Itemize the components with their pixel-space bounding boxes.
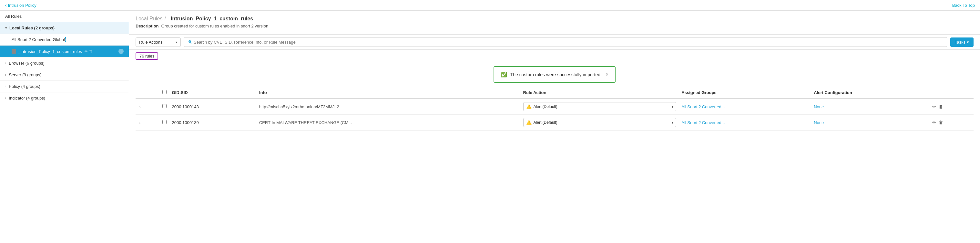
notification-close-button[interactable]: × xyxy=(606,72,608,78)
content-header: Local Rules / _Intrusion_Policy_1_custom… xyxy=(129,11,980,35)
all-rules-label: All Rules xyxy=(5,14,22,19)
browser-expand-icon: › xyxy=(5,61,6,65)
row-1-checkbox[interactable] xyxy=(162,104,167,108)
rule-actions-caret-icon: ▾ xyxy=(176,40,177,44)
row-2-warning-icon: ⚠️ xyxy=(526,120,531,125)
success-check-icon: ✅ xyxy=(501,71,507,78)
top-nav: ‹ Intrusion Policy Back To Top xyxy=(0,0,980,11)
col-assigned-groups: Assigned Groups xyxy=(679,86,811,99)
policy-label: Policy (4 groups) xyxy=(9,84,40,89)
intrusion-policy-info-icon[interactable]: i xyxy=(118,49,124,54)
sidebar-section-local-rules[interactable]: ▾ Local Rules (2 groups) xyxy=(0,22,129,34)
row-2-rule-action-cell: ⚠️ Alert (Default) ▾ xyxy=(521,115,679,131)
table-row: › 2000:1000139 CERT-In MALWARE THREAT EX… xyxy=(135,115,974,131)
table-container: GID:SID Info Rule Action Assigned Groups… xyxy=(129,86,980,241)
row-1-rule-action-cell: ⚠️ Alert (Default) ▾ xyxy=(521,99,679,115)
row-2-rule-action-label: Alert (Default) xyxy=(534,120,557,125)
sidebar-item-policy[interactable]: › Policy (4 groups) xyxy=(0,81,129,93)
col-alert-config: Alert Configuration xyxy=(811,86,929,99)
indicator-label: Indicator (4 groups) xyxy=(9,96,45,101)
local-rules-expand-icon: ▾ xyxy=(5,26,7,30)
search-box: ⚗ xyxy=(184,37,947,47)
row-2-alert-config: None xyxy=(811,115,929,131)
browser-label: Browser (6 groups) xyxy=(9,61,45,66)
description-row: Description Group created for custom rul… xyxy=(135,24,974,29)
sidebar-item-server[interactable]: › Server (9 groups) xyxy=(0,69,129,81)
sidebar-item-intrusion-policy-1[interactable]: _Intrusion_Policy_1_custom_rules ✏ 🗑 i xyxy=(0,46,129,58)
filter-icon: ⚗ xyxy=(188,40,192,45)
row-2-edit-icon[interactable]: ✏ xyxy=(932,120,936,125)
select-all-checkbox[interactable] xyxy=(162,90,167,94)
row-1-assigned-groups[interactable]: All Snort 2 Converted... xyxy=(679,99,811,115)
color-box-icon xyxy=(12,49,16,54)
col-gid-sid: GID:SID xyxy=(169,86,257,99)
rules-count-row: 76 rules xyxy=(129,50,980,62)
row-2-expand-btn[interactable]: › xyxy=(138,120,142,125)
row-2-info: CERT-In MALWARE THREAT EXCHANGE (CM... xyxy=(257,115,521,131)
rule-actions-label: Rule Actions xyxy=(139,40,162,45)
row-1-alert-config: None xyxy=(811,99,929,115)
back-to-top-link[interactable]: Back To Top xyxy=(952,3,975,8)
edit-icon[interactable]: ✏ xyxy=(84,49,88,54)
delete-icon[interactable]: 🗑 xyxy=(89,49,93,54)
row-1-rule-action-label: Alert (Default) xyxy=(534,104,557,109)
table-row: › 2000:1000143 http://mischa5xyix2mrhd.o… xyxy=(135,99,974,115)
tasks-caret-icon: ▾ xyxy=(967,40,969,45)
rule-actions-dropdown[interactable]: Rule Actions ▾ xyxy=(135,37,181,47)
search-input[interactable] xyxy=(194,40,943,45)
row-1-rule-action-dropdown[interactable]: ⚠️ Alert (Default) ▾ xyxy=(523,102,676,111)
row-1-alert-config-link[interactable]: None xyxy=(814,104,824,109)
breadcrumb-parent: Local Rules xyxy=(135,16,163,22)
sidebar-item-all-snort-2[interactable]: All Snort 2 Converted Global i xyxy=(0,34,129,46)
col-actions xyxy=(930,86,974,99)
row-1-actions: ✏ 🗑 xyxy=(932,104,971,109)
sidebar-item-indicator[interactable]: › Indicator (4 groups) xyxy=(0,93,129,104)
table-head: GID:SID Info Rule Action Assigned Groups… xyxy=(135,86,974,99)
row-2-delete-icon[interactable]: 🗑 xyxy=(939,120,943,125)
col-rule-action: Rule Action xyxy=(521,86,679,99)
notification-message: The custom rules were successfully impor… xyxy=(510,72,600,77)
table-body: › 2000:1000143 http://mischa5xyix2mrhd.o… xyxy=(135,99,974,131)
row-1-gid-sid: 2000:1000143 xyxy=(169,99,257,115)
back-chevron-icon: ‹ xyxy=(5,3,7,8)
row-2-rule-action-dropdown[interactable]: ⚠️ Alert (Default) ▾ xyxy=(523,118,676,127)
row-2-alert-config-link[interactable]: None xyxy=(814,120,824,125)
col-checkbox xyxy=(160,86,169,99)
server-label: Server (9 groups) xyxy=(9,72,41,77)
breadcrumb: Local Rules / _Intrusion_Policy_1_custom… xyxy=(135,16,974,22)
server-expand-icon: › xyxy=(5,73,6,77)
local-rules-label: Local Rules (2 groups) xyxy=(10,26,54,30)
tasks-button[interactable]: Tasks ▾ xyxy=(950,37,974,47)
row-1-rule-action-caret-icon: ▾ xyxy=(672,105,673,109)
row-2-rule-action-caret-icon: ▾ xyxy=(672,121,673,125)
breadcrumb-current: _Intrusion_Policy_1_custom_rules xyxy=(168,16,253,22)
row-1-edit-icon[interactable]: ✏ xyxy=(932,104,936,109)
row-1-delete-icon[interactable]: 🗑 xyxy=(939,104,943,109)
sidebar-item-all-rules[interactable]: All Rules xyxy=(0,11,129,22)
sidebar: All Rules ▾ Local Rules (2 groups) All S… xyxy=(0,11,129,241)
success-notification: ✅ The custom rules were successfully imp… xyxy=(493,66,616,83)
item-actions: ✏ 🗑 xyxy=(84,49,93,54)
notification-area: ✅ The custom rules were successfully imp… xyxy=(129,62,980,86)
content-area: Local Rules / _Intrusion_Policy_1_custom… xyxy=(129,11,980,241)
back-link[interactable]: ‹ Intrusion Policy xyxy=(5,3,37,8)
all-snort-2-label: All Snort 2 Converted Global xyxy=(12,37,65,42)
row-1-expand-btn[interactable]: › xyxy=(138,105,142,110)
col-info: Info xyxy=(257,86,521,99)
description-label: Description xyxy=(135,24,159,29)
sidebar-item-browser[interactable]: › Browser (6 groups) xyxy=(0,58,129,69)
row-2-assigned-groups[interactable]: All Snort 2 Converted... xyxy=(679,115,811,131)
rules-count-badge: 76 rules xyxy=(135,52,158,60)
back-link-label: Intrusion Policy xyxy=(8,3,37,8)
indicator-expand-icon: › xyxy=(5,96,6,100)
row-1-warning-icon: ⚠️ xyxy=(526,104,531,109)
row-2-checkbox[interactable] xyxy=(162,120,167,124)
description-text: Group created for custom rules enabled i… xyxy=(161,24,269,29)
rules-table: GID:SID Info Rule Action Assigned Groups… xyxy=(135,86,974,131)
row-1-info: http://mischa5xyix2mrhd.onion/MZ2MMJ_2 xyxy=(257,99,521,115)
main-layout: All Rules ▾ Local Rules (2 groups) All S… xyxy=(0,11,980,241)
all-snort-2-info-icon[interactable]: i xyxy=(65,37,66,42)
intrusion-policy-1-label: _Intrusion_Policy_1_custom_rules xyxy=(18,49,82,54)
row-2-actions: ✏ 🗑 xyxy=(932,120,971,125)
col-expand xyxy=(135,86,160,99)
